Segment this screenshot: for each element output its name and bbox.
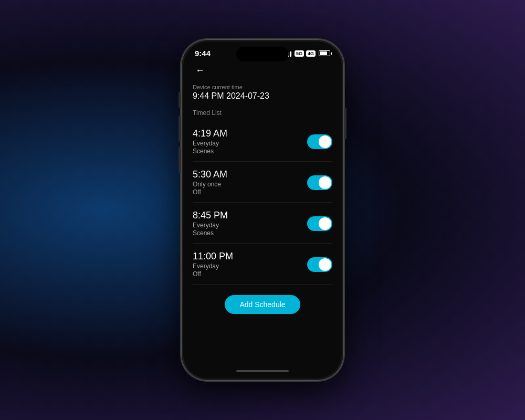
schedule-item-3: 8:45 PM Everyday Scenes [193,204,332,244]
status-icons: 5G 4G [284,50,330,57]
add-schedule-container: Add Schedule [193,285,332,319]
schedule-time-4: 11:00 PM [193,251,233,262]
device-time-value: 9:44 PM 2024-07-23 [193,91,332,101]
add-schedule-button[interactable]: Add Schedule [225,295,300,314]
phone-frame: 9:44 5G 4G ← [181,39,344,381]
schedule-info-3: 8:45 PM Everyday Scenes [193,210,228,237]
toggle-knob-2 [319,176,331,189]
device-time-section: Device current time 9:44 PM 2024-07-23 [193,84,332,101]
dynamic-island [236,47,289,61]
home-bar [236,370,289,372]
schedule-toggle-3[interactable] [307,216,332,231]
schedule-time-2: 5:30 AM [193,169,227,180]
mute-button[interactable] [178,92,181,108]
schedule-repeat-1: Everyday [193,140,227,147]
volume-up-button[interactable] [178,116,181,142]
power-button[interactable] [344,108,346,139]
schedule-repeat-2: Only once [193,181,227,188]
5g-badge: 5G [295,50,304,57]
toggle-knob-3 [319,217,331,230]
schedule-time-3: 8:45 PM [193,210,228,221]
4g-badge: 4G [306,50,316,57]
volume-down-button[interactable] [178,147,181,173]
schedule-action-3: Scenes [193,229,228,237]
schedule-info-1: 4:19 AM Everyday Scenes [193,128,227,155]
battery-icon [319,50,330,56]
schedule-item-4: 11:00 PM Everyday Off [193,245,332,285]
schedule-action-2: Off [193,188,227,196]
schedule-time-1: 4:19 AM [193,128,227,139]
schedule-toggle-4[interactable] [307,257,332,272]
schedule-info-4: 11:00 PM Everyday Off [193,251,233,278]
home-indicator [183,366,342,379]
schedule-list: 4:19 AM Everyday Scenes 5:30 AM Only onc… [193,122,332,285]
schedule-toggle-1[interactable] [307,134,332,149]
back-arrow-icon: ← [195,65,205,76]
schedule-info-2: 5:30 AM Only once Off [193,169,227,196]
schedule-item-2: 5:30 AM Only once Off [193,163,332,203]
schedule-action-1: Scenes [193,148,227,155]
schedule-item-1: 4:19 AM Everyday Scenes [193,122,332,162]
status-time: 9:44 [195,49,211,58]
page-header: ← [193,61,332,78]
back-button[interactable]: ← [193,63,207,78]
phone-screen: 9:44 5G 4G ← [183,41,342,379]
toggle-knob-4 [319,258,331,271]
toggle-knob-1 [319,135,331,148]
schedule-repeat-3: Everyday [193,222,228,229]
schedule-toggle-2[interactable] [307,175,332,190]
schedule-action-4: Off [193,270,233,278]
schedule-repeat-4: Everyday [193,262,233,270]
timed-list-label: Timed List [193,109,332,117]
device-time-label: Device current time [193,84,332,90]
screen-content: ← Device current time 9:44 PM 2024-07-23… [183,61,342,366]
